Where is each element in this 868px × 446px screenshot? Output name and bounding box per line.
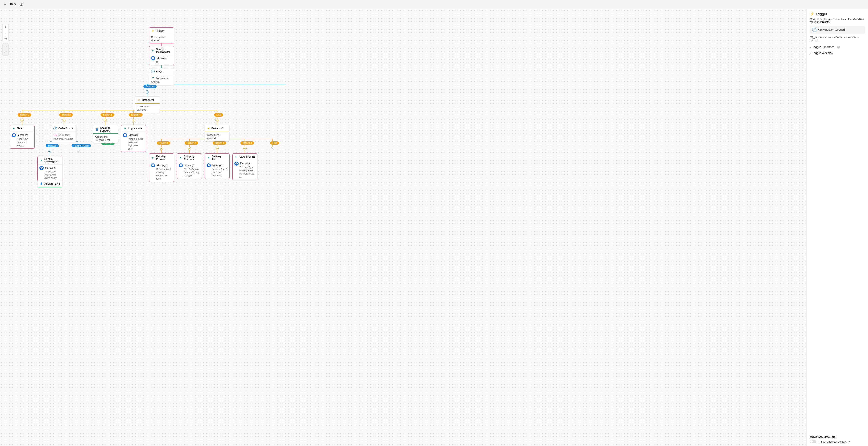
message-label: Message: — [45, 166, 56, 169]
topbar: FAQ — [0, 0, 868, 9]
message-label: Message: — [129, 134, 139, 136]
add-step-button[interactable]: + — [48, 150, 52, 153]
branch-chip: Else — [214, 113, 223, 116]
add-step-button[interactable]: + — [271, 147, 274, 150]
add-step-button[interactable]: + — [62, 118, 65, 122]
node-title: Branch #2 — [211, 127, 223, 130]
branch-chip: Branch 1 — [157, 141, 170, 145]
trigger-conditions-toggle[interactable]: › Trigger Conditions ? — [810, 44, 865, 50]
message-text: Thank you! We'll get in touch soon! — [44, 170, 60, 180]
node-title: FAQs — [156, 70, 163, 73]
add-step-button[interactable]: + — [188, 147, 191, 150]
send-icon: ➤ — [12, 127, 16, 130]
add-step-button[interactable]: + — [160, 147, 163, 150]
add-step-button[interactable]: + — [215, 118, 218, 122]
node-order-status[interactable]: ?Order Status 123Can i have your order n… — [51, 125, 76, 142]
message-label: Message: — [157, 164, 167, 167]
chat-icon: 💬 — [12, 133, 16, 137]
message-text: Here's our menu for August — [17, 137, 33, 147]
node-title: Send a Message #1 — [156, 48, 172, 53]
help-icon[interactable]: ? — [848, 440, 849, 443]
node-title: Cancel Order — [240, 156, 255, 158]
trigger-once-toggle[interactable] — [810, 440, 816, 443]
add-step-button[interactable]: + — [132, 118, 135, 122]
node-shipping-charges[interactable]: ➤Shipping Charges 💬 Message: Here's the … — [177, 153, 202, 179]
node-cancel-order[interactable]: ➤Cancel Order 💬 Message: To cancel your … — [232, 153, 257, 180]
send-icon: ➤ — [151, 156, 155, 160]
branch-chip-success: Success — [143, 84, 156, 88]
node-trigger[interactable]: ⚡Trigger Conversation Opened — [149, 27, 174, 43]
chat-icon: 💬 — [123, 133, 127, 137]
node-branch-1[interactable]: ⚞Branch #1 4 conditions provided — [135, 97, 160, 113]
node-monthly-promos[interactable]: ➤Monthly Promos 💬 Message: Check out out… — [149, 153, 174, 182]
chat-icon: 💬 — [179, 163, 183, 168]
node-send-message-3[interactable]: ➤Send a Message #3 💬 Message: Thank you!… — [37, 156, 62, 181]
send-icon: ➤ — [235, 155, 238, 159]
page-title: FAQ — [10, 3, 16, 6]
question-icon: ? — [53, 127, 57, 130]
node-login-issue[interactable]: ➤Login Issue 💬 Message: Here's a guide o… — [121, 125, 146, 152]
panel-description: Choose the Trigger that will start this … — [810, 18, 865, 23]
add-step-button[interactable]: + — [104, 118, 107, 122]
message-text: Hi — [156, 60, 158, 64]
chevron-right-icon: › — [810, 52, 811, 55]
bolt-icon: ⚡ — [151, 29, 155, 33]
selected-trigger[interactable]: + Conversation Opened — [810, 26, 865, 34]
branch-chip: Branch 2 — [185, 141, 198, 145]
node-menu[interactable]: ➤Menu 💬 Message: Here's our menu for Aug… — [10, 125, 35, 148]
node-title: Shipping Charges — [184, 155, 200, 161]
list-icon: ☰ — [151, 76, 155, 80]
panel-title: Trigger — [815, 12, 827, 16]
node-title: Trigger — [156, 29, 164, 32]
branch-chip: Branch 1 — [18, 113, 31, 116]
node-delivery-areas[interactable]: ➤Delivery Areas 💬 Message: Here's a list… — [205, 153, 230, 179]
node-title: Monthly Promos — [156, 155, 172, 161]
chat-icon: 💬 — [235, 162, 239, 166]
selected-trigger-label: Conversation Opened — [818, 28, 845, 31]
branch-chip: Else — [270, 141, 279, 145]
connectors — [0, 9, 806, 446]
workflow-canvas[interactable]: ＋ − — [0, 9, 806, 446]
user-icon: 👤 — [95, 128, 99, 131]
chevron-right-icon: › — [810, 45, 811, 49]
branch-icon: ⚞ — [207, 127, 210, 130]
chat-icon: 💬 — [151, 163, 155, 168]
trigger-variables-toggle[interactable]: › Trigger Variables — [810, 50, 865, 56]
node-faqs[interactable]: ?FAQs ☰how can we help you — [149, 68, 174, 85]
send-icon: ➤ — [39, 159, 43, 162]
help-icon[interactable]: ? — [837, 45, 840, 49]
node-branch-2[interactable]: ⚞Branch #2 4 conditions provided — [204, 125, 229, 141]
node-send-message-1[interactable]: ➤Send a Message #1 💬 Message: Hi — [149, 46, 174, 65]
branch-icon: ⚞ — [137, 98, 141, 102]
add-step-button[interactable]: + — [216, 147, 219, 150]
node-body: Conversation Opened — [151, 36, 165, 42]
branch-chip: Branch 4 — [129, 113, 143, 116]
back-button[interactable] — [2, 1, 8, 8]
message-text: Check out out monthly promotion here — [156, 168, 172, 180]
collapser-label: Trigger Variables — [812, 52, 833, 55]
node-body: 4 conditions provided — [137, 105, 150, 111]
question-icon: ? — [151, 70, 155, 73]
send-icon: ➤ — [207, 156, 210, 160]
add-step-button[interactable]: + — [21, 118, 24, 122]
trigger-hint: Triggers for a contact when a conversati… — [810, 36, 865, 41]
bolt-icon: ⚡ — [810, 12, 814, 16]
chat-icon: 💬 — [151, 56, 155, 60]
conversation-icon: + — [812, 28, 816, 32]
edit-title-button[interactable] — [18, 1, 24, 8]
add-step-button[interactable]: + — [146, 90, 149, 94]
collapser-label: Trigger Conditions — [812, 45, 835, 49]
toggle-label: Trigger once per contact — [818, 440, 846, 443]
node-body: Assigned to Stephanie Yap — [95, 135, 111, 141]
send-icon: ➤ — [151, 49, 155, 52]
node-assign-to-2[interactable]: 👤Assign To #2 — [37, 180, 62, 187]
node-title: Send a Message #3 — [44, 158, 60, 163]
message-label: Message: — [18, 134, 28, 136]
add-step-button[interactable]: + — [243, 147, 247, 150]
node-title: Menu — [17, 127, 24, 130]
node-speak-to-support[interactable]: 👤Speak to Support Assigned to Stephanie … — [93, 125, 118, 143]
node-body: 4 conditions provided — [207, 134, 219, 139]
message-text: Here's the link to our shipping charges: — [184, 168, 200, 177]
add-step-button[interactable]: + — [76, 150, 80, 153]
message-label: Message: — [240, 162, 251, 165]
